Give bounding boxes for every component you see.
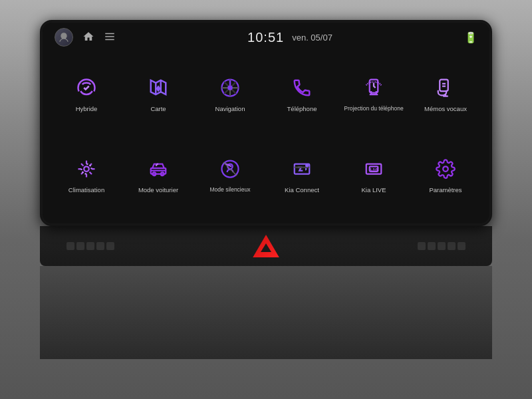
vent-btn-4 bbox=[96, 242, 104, 250]
svg-rect-0 bbox=[105, 33, 114, 34]
dashboard bbox=[40, 226, 492, 359]
app-silencieux[interactable]: Mode silencieux bbox=[196, 137, 265, 215]
app-voiturier[interactable]: Mode voiturier bbox=[124, 137, 193, 215]
vent-btn-10 bbox=[458, 242, 466, 250]
car-body: 10:51 ven. 05/07 🔋 Hybr bbox=[0, 0, 532, 399]
vent-btn-2 bbox=[76, 242, 84, 250]
climatisation-icon bbox=[76, 159, 96, 182]
silencieux-icon bbox=[220, 159, 240, 182]
svg-text:LIVE: LIVE bbox=[370, 167, 379, 171]
vent-controls-right bbox=[418, 242, 466, 250]
menu-icon[interactable] bbox=[104, 31, 116, 45]
screen: 10:51 ven. 05/07 🔋 Hybr bbox=[43, 23, 489, 223]
home-icon[interactable] bbox=[82, 31, 94, 45]
clock: 10:51 bbox=[247, 30, 284, 45]
status-bar-right: 🔋 bbox=[464, 31, 477, 44]
app-projection[interactable]: Projection du téléphone bbox=[339, 56, 408, 134]
app-hybride[interactable]: Hybride bbox=[52, 56, 121, 134]
carte-label: Carte bbox=[150, 105, 166, 112]
app-memos[interactable]: Mémos vocaux bbox=[411, 56, 480, 134]
memos-label: Mémos vocaux bbox=[424, 105, 467, 112]
telephone-icon bbox=[292, 78, 312, 101]
app-kia-live[interactable]: LIVE Kia LIVE bbox=[339, 137, 408, 215]
app-carte[interactable]: Carte bbox=[124, 56, 193, 134]
vent-btn-3 bbox=[86, 242, 94, 250]
app-parametres[interactable]: Paramètres bbox=[411, 137, 480, 215]
silencieux-label: Mode silencieux bbox=[210, 186, 251, 193]
app-climatisation[interactable]: Climatisation bbox=[52, 137, 121, 215]
svg-rect-17 bbox=[440, 79, 448, 91]
svg-rect-2 bbox=[105, 39, 114, 40]
date-display: ven. 05/07 bbox=[292, 33, 332, 43]
svg-point-30 bbox=[305, 164, 309, 167]
vent-area bbox=[40, 226, 492, 266]
projection-label: Projection du téléphone bbox=[344, 105, 403, 112]
screen-bezel: 10:51 ven. 05/07 🔋 Hybr bbox=[40, 20, 492, 226]
projection-icon bbox=[364, 78, 384, 101]
app-grid: Hybride Carte bbox=[43, 51, 489, 223]
navigation-icon bbox=[220, 78, 240, 101]
vent-btn-9 bbox=[448, 242, 456, 250]
app-kia-connect[interactable]: Kia Connect bbox=[267, 137, 336, 215]
kia-live-label: Kia LIVE bbox=[362, 186, 386, 194]
svg-point-11 bbox=[227, 85, 233, 90]
svg-point-34 bbox=[443, 166, 448, 172]
carte-icon bbox=[148, 78, 168, 101]
vent-btn-8 bbox=[438, 242, 446, 250]
hazard-inner bbox=[261, 243, 271, 252]
vent-btn-1 bbox=[66, 242, 74, 250]
avatar bbox=[55, 28, 73, 47]
kia-connect-label: Kia Connect bbox=[285, 186, 319, 194]
vent-btn-7 bbox=[428, 242, 436, 250]
lower-console bbox=[40, 266, 492, 359]
memos-icon bbox=[436, 78, 456, 101]
vent-btn-6 bbox=[418, 242, 426, 250]
voiturier-label: Mode voiturier bbox=[138, 186, 178, 194]
app-navigation[interactable]: Navigation bbox=[196, 56, 265, 134]
hybride-label: Hybride bbox=[76, 105, 98, 112]
battery-icon: 🔋 bbox=[464, 31, 477, 44]
kia-live-icon: LIVE bbox=[364, 159, 384, 182]
navigation-label: Navigation bbox=[215, 105, 245, 112]
hazard-button[interactable] bbox=[251, 233, 281, 259]
time-display: 10:51 ven. 05/07 bbox=[247, 30, 332, 45]
telephone-label: Téléphone bbox=[287, 105, 317, 112]
svg-point-22 bbox=[84, 166, 89, 172]
parametres-icon bbox=[436, 159, 456, 182]
app-telephone[interactable]: Téléphone bbox=[267, 56, 336, 134]
status-bar-left bbox=[55, 28, 116, 47]
voiturier-icon bbox=[148, 159, 168, 182]
climatisation-label: Climatisation bbox=[68, 186, 104, 194]
kia-connect-icon bbox=[292, 159, 312, 182]
parametres-label: Paramètres bbox=[429, 186, 462, 194]
hybride-icon bbox=[76, 78, 96, 101]
svg-rect-1 bbox=[105, 36, 114, 37]
vent-controls-left bbox=[66, 242, 114, 250]
vent-btn-5 bbox=[106, 242, 114, 250]
status-bar: 10:51 ven. 05/07 🔋 bbox=[43, 23, 489, 51]
